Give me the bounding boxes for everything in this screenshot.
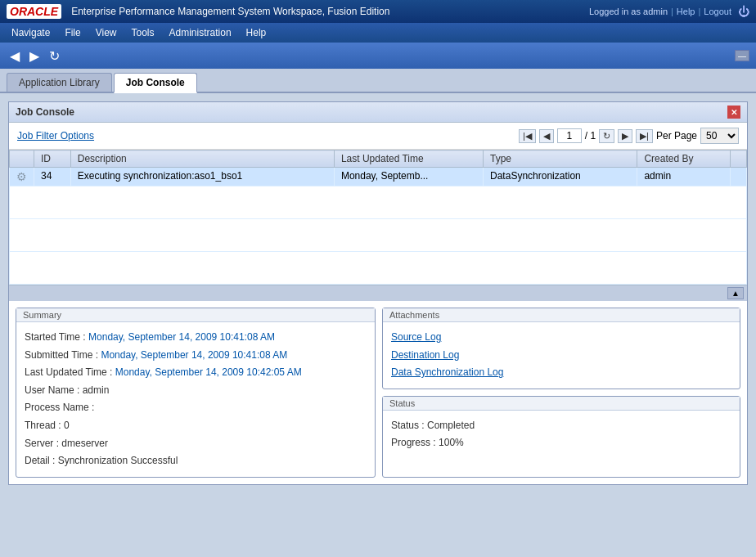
row-extra [731, 168, 747, 186]
attachments-panel: Attachments Source Log Destination Log D… [382, 308, 740, 389]
username: User Name : admin [25, 382, 367, 400]
progress-value: 100% [439, 437, 464, 448]
toolbar: ◀ ▶ ↻ ― [0, 43, 756, 69]
tab-bar: Application Library Job Console [0, 69, 756, 93]
started-time: Started Time : Monday, September 14, 200… [25, 329, 367, 347]
menu-tools[interactable]: Tools [125, 25, 161, 40]
col-extra [731, 150, 747, 168]
per-page-label: Per Page [656, 130, 697, 141]
menu-file[interactable]: File [58, 25, 87, 40]
col-icon [10, 150, 34, 168]
row-icon-cell: ⚙ [10, 168, 34, 186]
progress-row: Progress : 100% [391, 434, 731, 452]
summary-panel: Summary Started Time : Monday, September… [16, 308, 376, 478]
top-bar: ORACLE Enterprise Performance Management… [0, 0, 756, 23]
last-updated-value: Monday, September 14, 2009 10:42:05 AM [115, 366, 302, 378]
status-label: Status : [391, 420, 425, 431]
status-panel: Status Status : Completed Progress : 100… [382, 396, 740, 478]
logout-icon: ⏻ [738, 5, 749, 18]
row-type: DataSynchronization [484, 168, 637, 186]
next-page-button[interactable]: ▶ [618, 129, 632, 143]
source-log-link[interactable]: Source Log [391, 329, 731, 347]
oracle-logo: ORACLE Enterprise Performance Management… [7, 4, 389, 19]
app-title: Enterprise Performance Management System… [71, 6, 389, 17]
col-type: Type [484, 150, 637, 168]
bottom-panels: Summary Started Time : Monday, September… [9, 301, 747, 484]
status-title: Status [383, 397, 740, 411]
row-id: 34 [34, 168, 71, 186]
started-time-label: Started Time : [25, 331, 86, 343]
status-content: Status : Completed Progress : 100% [383, 414, 740, 459]
logged-in-text: Logged in as admin [589, 7, 668, 16]
menu-navigate[interactable]: Navigate [5, 25, 56, 40]
top-right-links: Logged in as admin | Help | Logout ⏻ [589, 5, 749, 18]
table-empty-row [10, 186, 747, 219]
server: Server : dmeserver [25, 435, 367, 453]
back-button[interactable]: ◀ [7, 47, 23, 65]
destination-log-link[interactable]: Destination Log [391, 347, 731, 365]
status-value: Completed [427, 420, 475, 431]
row-description: Executing synchronization:aso1_bso1 [70, 168, 334, 186]
reload-button[interactable]: ↻ [599, 129, 614, 143]
col-id: ID [34, 150, 71, 168]
menu-administration[interactable]: Administration [163, 25, 238, 40]
row-status-icon: ⚙ [16, 170, 27, 183]
scroll-up-button[interactable]: ▲ [727, 287, 744, 299]
col-description: Description [70, 150, 334, 168]
last-page-button[interactable]: ▶| [636, 129, 653, 143]
right-panels: Attachments Source Log Destination Log D… [382, 308, 740, 478]
progress-label: Progress : [391, 437, 436, 448]
table-empty-row-3 [10, 252, 747, 285]
filter-options-link[interactable]: Job Filter Options [17, 130, 94, 141]
job-console-panel: Job Console ✕ Job Filter Options |◀ ◀ / … [8, 101, 748, 485]
submitted-time-value: Monday, September 14, 2009 10:41:08 AM [101, 349, 287, 361]
summary-content: Started Time : Monday, September 14, 200… [16, 326, 375, 477]
table-row[interactable]: ⚙ 34 Executing synchronization:aso1_bso1… [10, 168, 747, 186]
table-header-row: ID Description Last Updated Time Type Cr… [10, 150, 747, 168]
menu-view[interactable]: View [89, 25, 124, 40]
logout-link[interactable]: Logout [704, 7, 731, 16]
data-sync-log-link[interactable]: Data Synchronization Log [391, 364, 731, 382]
page-number-input[interactable] [557, 128, 582, 143]
tab-job-console[interactable]: Job Console [114, 73, 197, 93]
scroll-indicator: ▲ [9, 285, 747, 301]
prev-page-button[interactable]: ◀ [539, 129, 554, 143]
submitted-time: Submitted Time : Monday, September 14, 2… [25, 347, 367, 365]
row-last-updated: Monday, Septemb... [334, 168, 483, 186]
status-row: Status : Completed [391, 417, 731, 435]
job-table: ID Description Last Updated Time Type Cr… [9, 150, 747, 285]
oracle-text: ORACLE [7, 4, 61, 19]
forward-button[interactable]: ▶ [26, 47, 43, 65]
col-last-updated: Last Updated Time [334, 150, 483, 168]
attachments-title: Attachments [383, 308, 740, 322]
menu-bar: Navigate File View Tools Administration … [0, 23, 756, 43]
process-name: Process Name : [25, 399, 367, 417]
started-time-value: Monday, September 14, 2009 10:41:08 AM [88, 331, 275, 343]
attachments-content: Source Log Destination Log Data Synchron… [383, 326, 740, 389]
page-separator: / 1 [585, 130, 596, 141]
tab-application-library[interactable]: Application Library [7, 73, 112, 92]
pagination: |◀ ◀ / 1 ↻ ▶ ▶| Per Page 50 25 100 [519, 128, 739, 144]
last-updated-time: Last Updated Time : Monday, September 14… [25, 364, 367, 382]
close-button[interactable]: ✕ [727, 106, 740, 119]
last-updated-label: Last Updated Time : [25, 366, 112, 378]
per-page-select[interactable]: 50 25 100 [700, 128, 739, 144]
panel-title: Job Console [16, 106, 74, 118]
filter-bar: Job Filter Options |◀ ◀ / 1 ↻ ▶ ▶| Per P… [9, 123, 747, 150]
panel-header: Job Console ✕ [9, 102, 747, 123]
refresh-button[interactable]: ↻ [46, 47, 63, 65]
submitted-time-label: Submitted Time : [25, 349, 98, 361]
row-created-by: admin [637, 168, 731, 186]
detail: Detail : Synchronization Successful [25, 452, 367, 470]
help-link[interactable]: Help [677, 7, 695, 16]
col-created-by: Created By [637, 150, 731, 168]
menu-help[interactable]: Help [240, 25, 273, 40]
first-page-button[interactable]: |◀ [519, 129, 536, 143]
table-empty-row-2 [10, 219, 747, 252]
thread: Thread : 0 [25, 417, 367, 435]
content-area: Job Console ✕ Job Filter Options |◀ ◀ / … [0, 93, 756, 557]
minimize-button[interactable]: ― [735, 50, 749, 61]
summary-title: Summary [16, 308, 375, 322]
